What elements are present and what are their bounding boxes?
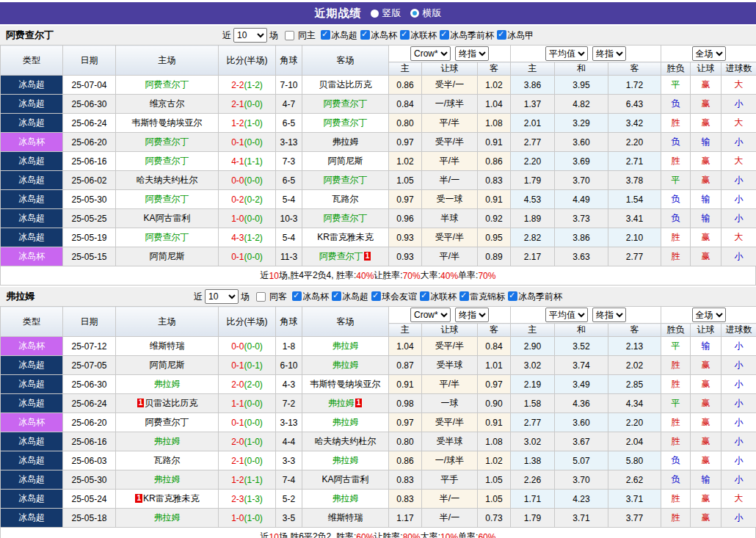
home-team-cell: 瓦路尔 xyxy=(116,451,219,470)
scope-select[interactable]: 全场 xyxy=(692,308,726,322)
team-link[interactable]: 瓦路尔 xyxy=(332,194,359,204)
avg-away-cell: 2.20 xyxy=(608,413,661,432)
team-link[interactable]: 阿费查尔丁 xyxy=(145,417,189,427)
radio-vertical-layout[interactable]: 竖版 xyxy=(371,7,401,20)
team-link[interactable]: KR雷克雅未克 xyxy=(317,232,374,242)
league-checkbox[interactable] xyxy=(420,291,429,301)
away-team-cell: 贝雷达比历克 xyxy=(302,76,389,95)
result-handicap-cell: 输 xyxy=(691,133,722,152)
league-checkbox[interactable] xyxy=(371,291,381,301)
team-link[interactable]: 阿简尼斯 xyxy=(150,360,185,370)
team-link[interactable]: 弗拉姆 xyxy=(332,137,359,147)
odds-source-select[interactable]: Crow* xyxy=(410,46,451,61)
full-time-score: 1-0 xyxy=(231,214,244,224)
radio-horizontal-layout[interactable]: 横版 xyxy=(410,7,442,20)
team-link[interactable]: 维斯特瑞 xyxy=(328,512,363,523)
subcol-odds-home: 主 xyxy=(389,62,422,76)
team-link[interactable]: KR雷克雅未克 xyxy=(143,493,200,504)
odds-time-select[interactable]: 终指 xyxy=(455,308,489,322)
avg-time-select[interactable]: 终指 xyxy=(592,308,626,322)
result-goals-cell: 小 xyxy=(722,432,756,451)
team-link[interactable]: 弗拉姆 xyxy=(154,512,181,523)
team-link[interactable]: 阿费查尔丁 xyxy=(145,232,189,242)
league-checkbox[interactable] xyxy=(497,30,506,40)
summary-text: 近 xyxy=(261,531,269,538)
result-goals-cell: 小 xyxy=(722,133,756,152)
half-time-score: (1-0) xyxy=(244,437,263,447)
team-link[interactable]: 阿费查尔丁 xyxy=(324,117,368,128)
avg-time-select[interactable]: 终指 xyxy=(592,46,626,61)
team-link[interactable]: 瓦路尔 xyxy=(154,455,181,465)
team-link[interactable]: 弗拉姆 xyxy=(332,455,359,465)
team-link[interactable]: 弗拉姆 xyxy=(332,417,359,427)
team-link[interactable]: 阿费查尔丁 xyxy=(145,156,189,166)
league-checkbox[interactable] xyxy=(292,291,302,301)
team-link[interactable]: 韦斯特曼纳埃亚尔 xyxy=(132,117,203,128)
avg-home-cell: 1.89 xyxy=(511,209,555,228)
team-link[interactable]: KA阿古雷利 xyxy=(143,213,190,223)
full-time-score: 0-1 xyxy=(231,360,244,371)
team-link[interactable]: 弗拉姆 xyxy=(332,341,359,351)
avg-home-cell: 3.86 xyxy=(511,76,555,95)
avg-source-select[interactable]: 平均值 xyxy=(545,46,588,61)
team-link[interactable]: 哈夫纳夫约杜尔 xyxy=(137,175,198,185)
league-checkbox-label: 冰岛季前杯 xyxy=(518,291,562,302)
odds-home-cell: 0.93 xyxy=(389,228,422,247)
date-cell: 25-06-30 xyxy=(63,95,116,114)
league-checkbox[interactable] xyxy=(459,291,469,301)
team-link[interactable]: 韦斯特曼纳埃亚尔 xyxy=(310,379,381,389)
radio-vertical-icon[interactable] xyxy=(371,10,379,18)
games-count-select[interactable]: 10 xyxy=(205,289,239,304)
team-link[interactable]: 弗拉姆 xyxy=(332,360,359,370)
team-link[interactable]: 阿简尼斯 xyxy=(150,251,185,261)
team-link[interactable]: 阿费查尔丁 xyxy=(324,213,368,223)
team-link[interactable]: 阿费查尔丁 xyxy=(145,137,189,147)
league-checkbox[interactable] xyxy=(360,30,370,40)
avg-source-select[interactable]: 平均值 xyxy=(545,308,588,322)
team-link[interactable]: 弗拉姆 xyxy=(332,493,359,504)
team-link[interactable]: 弗拉姆 xyxy=(154,379,181,389)
odds-home-cell: 0.84 xyxy=(389,95,422,114)
odds-time-select[interactable]: 终指 xyxy=(455,46,489,61)
away-team-cell: 韦斯特曼纳埃亚尔 xyxy=(302,375,389,394)
same-venue-checkbox[interactable] xyxy=(256,292,266,302)
team-link[interactable]: KA阿古雷利 xyxy=(321,474,368,484)
same-venue-checkbox[interactable] xyxy=(285,31,294,40)
full-time-score: 0-1 xyxy=(231,252,244,262)
radio-horizontal-icon[interactable] xyxy=(410,9,419,18)
team-link[interactable]: 阿费查尔丁 xyxy=(324,175,368,185)
team-link[interactable]: 贝雷达比历克 xyxy=(319,79,372,90)
scope-select[interactable]: 全场 xyxy=(692,46,726,61)
team-link[interactable]: 阿费查尔丁 xyxy=(145,79,189,90)
table-row: 冰岛超25-06-30弗拉姆2-0(2-0)4-3韦斯特曼纳埃亚尔0.91平/半… xyxy=(1,375,756,394)
radio-horizontal-label: 横版 xyxy=(423,7,442,20)
score-cell: 2-0(2-0) xyxy=(219,375,276,394)
red-card-badge: 1 xyxy=(135,494,142,503)
summary-stat-value: 70% xyxy=(403,271,421,281)
league-checkbox[interactable] xyxy=(321,30,330,40)
team-link[interactable]: 维京古尔 xyxy=(150,98,185,109)
odds-source-select[interactable]: Crow* xyxy=(410,308,451,322)
away-team-cell: 弗拉姆 xyxy=(302,413,389,432)
league-checkbox[interactable] xyxy=(508,291,517,301)
full-time-score: 2-1 xyxy=(231,99,244,109)
odds-home-cell: 1.17 xyxy=(389,509,422,528)
team-link[interactable]: 贝雷达比历克 xyxy=(145,398,197,408)
team-link[interactable]: 哈夫纳夫约杜尔 xyxy=(315,436,377,446)
team-link[interactable]: 弗拉姆 xyxy=(328,398,355,408)
team-link[interactable]: 阿费查尔丁 xyxy=(324,98,368,109)
league-checkbox[interactable] xyxy=(332,291,341,301)
subcol-goals: 进球数 xyxy=(722,62,756,76)
team-link[interactable]: 弗拉姆 xyxy=(154,474,181,484)
team-link[interactable]: 阿费查尔丁 xyxy=(319,251,363,261)
date-cell: 25-07-04 xyxy=(63,76,116,95)
team-link[interactable]: 阿简尼斯 xyxy=(328,156,363,166)
league-checkbox[interactable] xyxy=(440,30,449,40)
league-cell: 冰岛超 xyxy=(1,76,63,95)
league-checkbox[interactable] xyxy=(400,30,410,40)
team-link[interactable]: 阿费查尔丁 xyxy=(145,194,189,204)
games-count-select[interactable]: 10 xyxy=(233,28,267,43)
home-team-cell: 阿费查尔丁 xyxy=(116,228,219,247)
team-link[interactable]: 维斯特瑞 xyxy=(150,341,185,351)
team-link[interactable]: 弗拉姆 xyxy=(154,436,181,446)
